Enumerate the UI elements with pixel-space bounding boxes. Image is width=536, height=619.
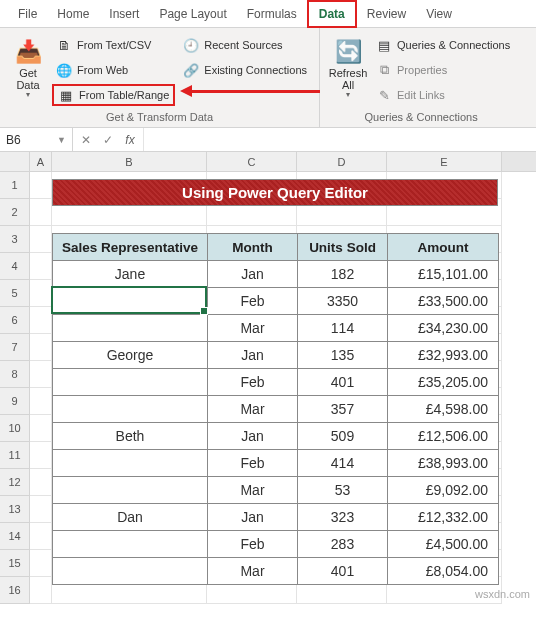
row-header-2[interactable]: 2: [0, 199, 30, 226]
tab-formulas[interactable]: Formulas: [237, 0, 307, 28]
cell-units[interactable]: 323: [298, 504, 388, 531]
col-header-B[interactable]: B: [52, 152, 207, 171]
cell-rep[interactable]: [53, 315, 208, 342]
cell-units[interactable]: 182: [298, 261, 388, 288]
cell-rep[interactable]: Beth: [53, 423, 208, 450]
cell-amount[interactable]: £34,230.00: [388, 315, 499, 342]
tab-view[interactable]: View: [416, 0, 462, 28]
cancel-formula-icon[interactable]: ✕: [75, 133, 97, 147]
cell-amount[interactable]: £8,054.00: [388, 558, 499, 585]
cell-A14[interactable]: [30, 523, 52, 550]
row-header-12[interactable]: 12: [0, 469, 30, 496]
queries-connections-button[interactable]: ▤ Queries & Connections: [372, 34, 514, 56]
cell-month[interactable]: Feb: [208, 450, 298, 477]
cell-amount[interactable]: £15,101.00: [388, 261, 499, 288]
cell-month[interactable]: Jan: [208, 261, 298, 288]
cell-rep[interactable]: Jane: [53, 261, 208, 288]
cell-rep[interactable]: [53, 558, 208, 585]
cell-rep[interactable]: Dan: [53, 504, 208, 531]
tab-data[interactable]: Data: [307, 0, 357, 28]
row-header-4[interactable]: 4: [0, 253, 30, 280]
row-header-11[interactable]: 11: [0, 442, 30, 469]
cell-units[interactable]: 401: [298, 369, 388, 396]
cell-A5[interactable]: [30, 280, 52, 307]
cell-amount[interactable]: £38,993.00: [388, 450, 499, 477]
cell-month[interactable]: Mar: [208, 315, 298, 342]
tab-home[interactable]: Home: [47, 0, 99, 28]
cell-units[interactable]: 114: [298, 315, 388, 342]
edit-links-button[interactable]: ✎ Edit Links: [372, 84, 514, 106]
row-header-15[interactable]: 15: [0, 550, 30, 577]
cell-month[interactable]: Mar: [208, 558, 298, 585]
row-header-5[interactable]: 5: [0, 280, 30, 307]
row-header-13[interactable]: 13: [0, 496, 30, 523]
cell-units[interactable]: 53: [298, 477, 388, 504]
row-header-3[interactable]: 3: [0, 226, 30, 253]
cell-amount[interactable]: £4,500.00: [388, 531, 499, 558]
cell-amount[interactable]: £33,500.00: [388, 288, 499, 315]
worksheet-grid[interactable]: A B C D E 12345678910111213141516 Using …: [0, 152, 536, 604]
row-header-8[interactable]: 8: [0, 361, 30, 388]
cell-rep[interactable]: [53, 396, 208, 423]
cell-units[interactable]: 357: [298, 396, 388, 423]
cell-units[interactable]: 509: [298, 423, 388, 450]
cell-rep[interactable]: [53, 477, 208, 504]
row-header-10[interactable]: 10: [0, 415, 30, 442]
cell-units[interactable]: 414: [298, 450, 388, 477]
cell-A1[interactable]: [30, 172, 52, 199]
cell-units[interactable]: 401: [298, 558, 388, 585]
cell-units[interactable]: 3350: [298, 288, 388, 315]
cell-rep[interactable]: [53, 531, 208, 558]
tab-insert[interactable]: Insert: [99, 0, 149, 28]
cell-A9[interactable]: [30, 388, 52, 415]
cell-A10[interactable]: [30, 415, 52, 442]
tab-file[interactable]: File: [8, 0, 47, 28]
cell-amount[interactable]: £35,205.00: [388, 369, 499, 396]
row-header-7[interactable]: 7: [0, 334, 30, 361]
cell-month[interactable]: Jan: [208, 504, 298, 531]
name-box-dropdown-icon[interactable]: ▼: [57, 135, 66, 145]
cell-month[interactable]: Mar: [208, 477, 298, 504]
cell-rep[interactable]: [53, 288, 208, 315]
refresh-all-button[interactable]: 🔄 Refresh All: [326, 32, 370, 108]
row-header-14[interactable]: 14: [0, 523, 30, 550]
cell-A12[interactable]: [30, 469, 52, 496]
cell-month[interactable]: Feb: [208, 531, 298, 558]
tab-pagelayout[interactable]: Page Layout: [149, 0, 236, 28]
cell-rep[interactable]: [53, 369, 208, 396]
cell-amount[interactable]: £9,092.00: [388, 477, 499, 504]
cell-A2[interactable]: [30, 199, 52, 226]
cell-units[interactable]: 135: [298, 342, 388, 369]
cell-A8[interactable]: [30, 361, 52, 388]
row-header-6[interactable]: 6: [0, 307, 30, 334]
select-all-corner[interactable]: [0, 152, 30, 171]
cell-A4[interactable]: [30, 253, 52, 280]
tab-review[interactable]: Review: [357, 0, 416, 28]
recent-sources-button[interactable]: 🕘 Recent Sources: [179, 34, 311, 56]
properties-button[interactable]: ⧉ Properties: [372, 59, 514, 81]
cell-A16[interactable]: [30, 577, 52, 604]
cell-A7[interactable]: [30, 334, 52, 361]
cell-month[interactable]: Mar: [208, 396, 298, 423]
cell-A3[interactable]: [30, 226, 52, 253]
cell-A11[interactable]: [30, 442, 52, 469]
col-header-A[interactable]: A: [30, 152, 52, 171]
col-header-E[interactable]: E: [387, 152, 502, 171]
enter-formula-icon[interactable]: ✓: [97, 133, 119, 147]
cell-rep[interactable]: [53, 450, 208, 477]
cell-rep[interactable]: George: [53, 342, 208, 369]
row-header-16[interactable]: 16: [0, 577, 30, 604]
row-header-1[interactable]: 1: [0, 172, 30, 199]
cell-amount[interactable]: £32,993.00: [388, 342, 499, 369]
from-text-csv-button[interactable]: 🗎 From Text/CSV: [52, 34, 175, 56]
cell-month[interactable]: Feb: [208, 288, 298, 315]
cell-A6[interactable]: [30, 307, 52, 334]
col-header-C[interactable]: C: [207, 152, 297, 171]
cell-month[interactable]: Feb: [208, 369, 298, 396]
fx-icon[interactable]: fx: [119, 133, 141, 147]
cell-units[interactable]: 283: [298, 531, 388, 558]
from-table-range-button[interactable]: ▦ From Table/Range: [52, 84, 175, 106]
cell-month[interactable]: Jan: [208, 342, 298, 369]
cell-month[interactable]: Jan: [208, 423, 298, 450]
get-data-button[interactable]: 📥 Get Data: [6, 32, 50, 108]
